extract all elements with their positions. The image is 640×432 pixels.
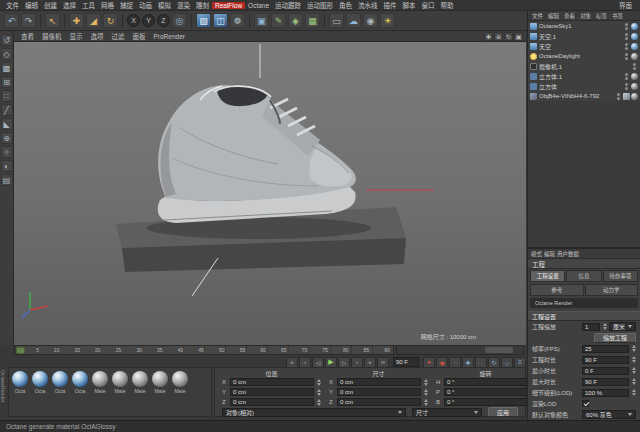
object-manager-empty-area[interactable] bbox=[528, 101, 640, 247]
size-x-field[interactable] bbox=[337, 378, 421, 386]
undo-icon[interactable]: ↶ bbox=[4, 13, 19, 28]
points-mode-icon[interactable]: ∷ bbox=[1, 90, 13, 102]
next-frame-button[interactable]: ▷ bbox=[338, 357, 350, 368]
object-row[interactable]: 天空.1 bbox=[528, 31, 640, 41]
toggle-view-icon[interactable]: ▣ bbox=[514, 32, 523, 41]
max-time-field[interactable] bbox=[582, 378, 629, 386]
object-row[interactable]: 立方体 bbox=[528, 81, 640, 91]
menubar-item[interactable]: 插件 bbox=[381, 0, 400, 10]
render-lod-checkbox[interactable] bbox=[582, 400, 589, 407]
menubar-item[interactable]: 运动图形 bbox=[304, 0, 336, 10]
camera-icon[interactable]: ◉ bbox=[363, 13, 378, 28]
size-z-field[interactable] bbox=[337, 398, 421, 406]
menubar-item[interactable]: 网格 bbox=[98, 0, 117, 10]
spinner-icon[interactable] bbox=[423, 378, 428, 386]
enable-axis-icon[interactable]: ⊕ bbox=[1, 132, 13, 144]
visibility-dots[interactable] bbox=[633, 63, 636, 70]
viewport-solo-icon[interactable]: ◐ bbox=[1, 160, 13, 172]
menubar-item[interactable]: 窗口 bbox=[419, 0, 438, 10]
record-pla-toggle[interactable]: ≡ bbox=[514, 357, 526, 368]
material-tag-icon[interactable] bbox=[631, 33, 638, 40]
menubar-item[interactable]: 脚本 bbox=[400, 0, 419, 10]
menubar-item[interactable]: 选择 bbox=[60, 0, 79, 10]
play-button[interactable]: ▶ bbox=[325, 357, 337, 368]
tab-dynamics[interactable]: 动力学 bbox=[585, 284, 639, 296]
render-view-icon[interactable]: ▨ bbox=[196, 13, 211, 28]
make-editable-icon[interactable]: ↺ bbox=[1, 34, 13, 46]
material-tag-icon[interactable] bbox=[631, 83, 638, 90]
spinner-icon[interactable] bbox=[316, 378, 321, 386]
snap-icon[interactable]: ✧ bbox=[1, 146, 13, 158]
scale-tool-icon[interactable]: ◢ bbox=[86, 13, 101, 28]
object-row[interactable]: 摄像机.1 bbox=[528, 61, 640, 71]
project-duration-field[interactable] bbox=[582, 356, 629, 364]
viewport-menu-item[interactable]: 面板 bbox=[129, 31, 150, 41]
viewport-menu-item[interactable]: 显示 bbox=[66, 31, 87, 41]
tab-octane-render[interactable]: Octane Render bbox=[530, 298, 638, 308]
tab-info[interactable]: 信息 bbox=[566, 270, 601, 282]
layout-menu[interactable]: 界面 bbox=[616, 0, 635, 10]
spinner-icon[interactable] bbox=[631, 378, 636, 386]
spinner-icon[interactable] bbox=[631, 356, 636, 364]
workplane-icon[interactable]: ⊞ bbox=[1, 76, 13, 88]
spinner-icon[interactable] bbox=[602, 323, 607, 331]
loop-button[interactable]: ∞ bbox=[377, 357, 389, 368]
spinner-icon[interactable] bbox=[631, 367, 636, 375]
rotate-tool-icon[interactable]: ↻ bbox=[103, 13, 118, 28]
object-manager-menu-item[interactable]: 对象 bbox=[578, 12, 593, 20]
live-selection-icon[interactable]: ↖ bbox=[45, 13, 60, 28]
record-parameter-toggle[interactable]: ◇ bbox=[501, 357, 513, 368]
material-tag-icon[interactable] bbox=[631, 73, 638, 80]
texture-mode-icon[interactable]: ▩ bbox=[1, 62, 13, 74]
transform-mode-dropdown[interactable]: 对象(相对) bbox=[222, 408, 406, 417]
object-row[interactable]: ObjB4e-VINbH4-6-792 bbox=[528, 91, 640, 101]
rotation-p-field[interactable] bbox=[444, 388, 528, 396]
timeline-playhead[interactable] bbox=[16, 347, 25, 354]
light-icon[interactable]: ☀ bbox=[380, 13, 395, 28]
model-mode-icon[interactable]: ◇ bbox=[1, 48, 13, 60]
move-tool-icon[interactable]: ✚ bbox=[69, 13, 84, 28]
spinner-icon[interactable] bbox=[631, 345, 636, 353]
menubar-item[interactable]: 文件 bbox=[3, 0, 22, 10]
object-row[interactable]: OctaneSky1 bbox=[528, 21, 640, 31]
material-item[interactable]: Octa bbox=[11, 371, 29, 394]
viewport-menu-item[interactable]: 选项 bbox=[87, 31, 108, 41]
visibility-dots[interactable] bbox=[625, 23, 628, 30]
material-item[interactable]: Mate bbox=[151, 371, 169, 394]
visibility-dots[interactable] bbox=[625, 43, 628, 50]
primitive-cube-icon[interactable]: ▣ bbox=[254, 13, 269, 28]
menubar-item-octane[interactable]: Octane bbox=[245, 2, 272, 9]
material-item[interactable]: Mate bbox=[131, 371, 149, 394]
menubar-item[interactable]: 模拟 bbox=[155, 0, 174, 10]
menubar-item[interactable]: 创建 bbox=[41, 0, 60, 10]
menubar-item[interactable]: 捕捉 bbox=[117, 0, 136, 10]
axis-x-button[interactable]: X bbox=[127, 14, 140, 27]
tab-referencing[interactable]: 参考 bbox=[530, 284, 584, 296]
tab-project-settings[interactable]: 工程设置 bbox=[530, 270, 565, 282]
rotation-b-field[interactable] bbox=[444, 398, 528, 406]
record-keyframe-button[interactable]: ● bbox=[423, 357, 435, 368]
menubar-item[interactable]: 编辑 bbox=[22, 0, 41, 10]
spinner-icon[interactable] bbox=[423, 388, 428, 396]
spinner-icon[interactable] bbox=[316, 398, 321, 406]
tab-todo[interactable]: 待办事项 bbox=[603, 270, 638, 282]
record-position-toggle[interactable]: ✚ bbox=[462, 357, 474, 368]
prev-key-button[interactable]: ‹ bbox=[299, 357, 311, 368]
material-item[interactable]: Mate bbox=[111, 371, 129, 394]
menubar-item-realflow[interactable]: RealFlow bbox=[212, 2, 245, 9]
octane-tag-icon[interactable] bbox=[631, 53, 638, 60]
object-manager-menu-item[interactable]: 编辑 bbox=[546, 12, 561, 20]
object-row[interactable]: 天空 bbox=[528, 41, 640, 51]
object-manager-menu-item[interactable]: 查看 bbox=[562, 12, 577, 20]
material-tag-icon[interactable] bbox=[631, 93, 638, 100]
keyframe-selection-button[interactable]: ◦ bbox=[449, 357, 461, 368]
menubar-item[interactable]: 流水线 bbox=[355, 0, 381, 10]
cloner-icon[interactable]: ▦ bbox=[305, 13, 320, 28]
material-tag-icon[interactable] bbox=[631, 43, 638, 50]
sky-icon[interactable]: ☁ bbox=[346, 13, 361, 28]
position-z-field[interactable] bbox=[230, 398, 314, 406]
frame-number-field[interactable] bbox=[393, 357, 419, 367]
viewport-menu-item[interactable]: 查看 bbox=[17, 31, 38, 41]
menubar-item[interactable]: 渲染 bbox=[174, 0, 193, 10]
axis-z-button[interactable]: Z bbox=[157, 14, 170, 27]
